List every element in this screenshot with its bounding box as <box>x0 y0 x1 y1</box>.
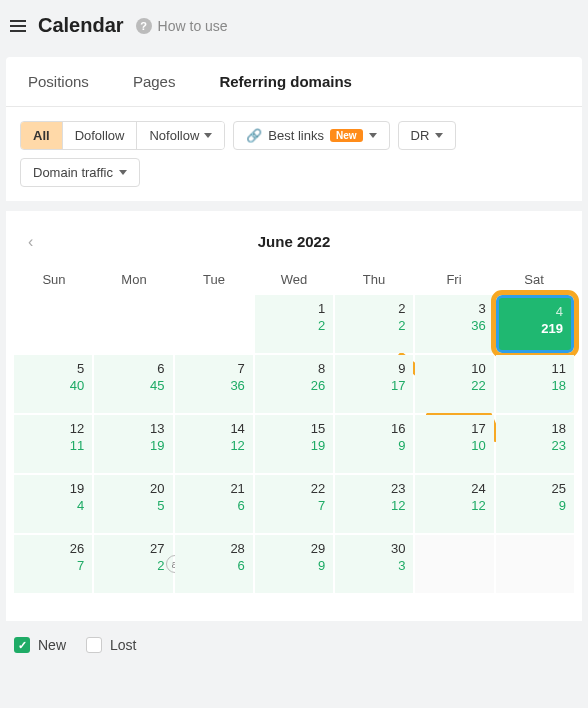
help-label: How to use <box>158 18 228 34</box>
filter-nofollow[interactable]: Nofollow <box>137 122 224 149</box>
calendar-cell[interactable]: 336 <box>415 295 493 353</box>
calendar-cell[interactable]: 169 <box>335 415 413 473</box>
calendar-cell[interactable]: 1022 <box>415 355 493 413</box>
day-value: 6 <box>175 558 245 573</box>
calendar-cell[interactable]: 826 <box>255 355 333 413</box>
help-icon: ? <box>136 18 152 34</box>
day-value: 9 <box>335 438 405 453</box>
day-number: 7 <box>175 361 245 376</box>
day-number: 25 <box>496 481 566 496</box>
day-value: 7 <box>14 558 84 573</box>
day-number: 21 <box>175 481 245 496</box>
calendar-cell[interactable]: 1519 <box>255 415 333 473</box>
day-value: 6 <box>175 498 245 513</box>
tab-referring-domains[interactable]: Referring domains <box>197 57 374 106</box>
legend-new[interactable]: New <box>14 637 66 653</box>
menu-icon[interactable] <box>10 20 26 32</box>
day-number: 1 <box>255 301 325 316</box>
legend-lost[interactable]: Lost <box>86 637 136 653</box>
day-number: 12 <box>14 421 84 436</box>
calendar-cell[interactable]: 303 <box>335 535 413 593</box>
day-number: 18 <box>496 421 566 436</box>
calendar-cell[interactable]: 22 <box>335 295 413 353</box>
calendar-cell[interactable]: 917 <box>335 355 413 413</box>
day-value: 45 <box>94 378 164 393</box>
day-number: 23 <box>335 481 405 496</box>
day-value: 22 <box>415 378 485 393</box>
domain-traffic-label: Domain traffic <box>33 165 113 180</box>
calendar-cell[interactable]: 272a <box>94 535 172 593</box>
day-value: 10 <box>415 438 485 453</box>
dayname: Tue <box>174 264 254 295</box>
day-number: 22 <box>255 481 325 496</box>
tab-positions[interactable]: Positions <box>6 57 111 106</box>
day-number: 28 <box>175 541 245 556</box>
calendar-cell[interactable]: 267 <box>14 535 92 593</box>
chevron-down-icon <box>204 133 212 138</box>
new-badge: New <box>330 129 363 142</box>
calendar-cell[interactable]: 1710 <box>415 415 493 473</box>
calendar-cell[interactable]: 1412 <box>175 415 253 473</box>
checkbox-unchecked-icon <box>86 637 102 653</box>
day-value: 26 <box>255 378 325 393</box>
chevron-down-icon <box>435 133 443 138</box>
filter-all[interactable]: All <box>21 122 63 149</box>
day-value: 36 <box>175 378 245 393</box>
calendar-cell[interactable]: 1211 <box>14 415 92 473</box>
day-value: 9 <box>496 498 566 513</box>
month-label: June 2022 <box>258 233 331 250</box>
filter-nofollow-label: Nofollow <box>149 128 199 143</box>
prev-month-button[interactable]: ‹ <box>28 233 33 251</box>
calendar-cell[interactable]: 1118 <box>496 355 574 413</box>
how-to-use-link[interactable]: ? How to use <box>136 18 228 34</box>
dr-label: DR <box>411 128 430 143</box>
calendar-cell[interactable]: 1823 <box>496 415 574 473</box>
calendar: ‹ June 2022 SunMonTueWedThuFriSat 122233… <box>6 211 582 621</box>
calendar-cell[interactable]: 216 <box>175 475 253 533</box>
day-number: 8 <box>255 361 325 376</box>
calendar-cell[interactable]: 2312 <box>335 475 413 533</box>
day-number: 6 <box>94 361 164 376</box>
day-number: 19 <box>14 481 84 496</box>
calendar-cell[interactable]: 736 <box>175 355 253 413</box>
calendar-cell[interactable]: 227 <box>255 475 333 533</box>
day-number: 26 <box>14 541 84 556</box>
dayname: Thu <box>334 264 414 295</box>
calendar-cell[interactable]: 2412 <box>415 475 493 533</box>
chevron-down-icon <box>369 133 377 138</box>
day-value: 5 <box>94 498 164 513</box>
best-links-button[interactable]: 🔗 Best links New <box>233 121 389 150</box>
day-value: 9 <box>255 558 325 573</box>
day-number: 13 <box>94 421 164 436</box>
calendar-cell[interactable]: 540 <box>14 355 92 413</box>
calendar-cell[interactable]: 1319 <box>94 415 172 473</box>
calendar-cell[interactable]: 205 <box>94 475 172 533</box>
calendar-cell[interactable]: 194 <box>14 475 92 533</box>
calendar-cell-empty <box>94 295 172 353</box>
calendar-cell[interactable]: 12 <box>255 295 333 353</box>
calendar-cell[interactable]: 259 <box>496 475 574 533</box>
best-links-label: Best links <box>268 128 324 143</box>
calendar-cell-empty <box>415 535 493 593</box>
dayname: Fri <box>414 264 494 295</box>
calendar-cell[interactable]: 286 <box>175 535 253 593</box>
day-value: 17 <box>335 378 405 393</box>
day-number: 10 <box>415 361 485 376</box>
legend-lost-label: Lost <box>110 637 136 653</box>
domain-traffic-button[interactable]: Domain traffic <box>20 158 140 187</box>
day-value: 23 <box>496 438 566 453</box>
day-number: 30 <box>335 541 405 556</box>
day-value: 12 <box>175 438 245 453</box>
day-number: 3 <box>415 301 485 316</box>
dr-button[interactable]: DR <box>398 121 457 150</box>
checkbox-checked-icon <box>14 637 30 653</box>
calendar-cell[interactable]: 4219 <box>496 295 574 353</box>
day-value: 2 <box>94 558 164 573</box>
tab-pages[interactable]: Pages <box>111 57 198 106</box>
tabs: Positions Pages Referring domains <box>6 57 582 107</box>
filter-dofollow[interactable]: Dofollow <box>63 122 138 149</box>
day-value: 219 <box>499 321 563 336</box>
calendar-cell[interactable]: 299 <box>255 535 333 593</box>
calendar-cell[interactable]: 645 <box>94 355 172 413</box>
day-number: 16 <box>335 421 405 436</box>
